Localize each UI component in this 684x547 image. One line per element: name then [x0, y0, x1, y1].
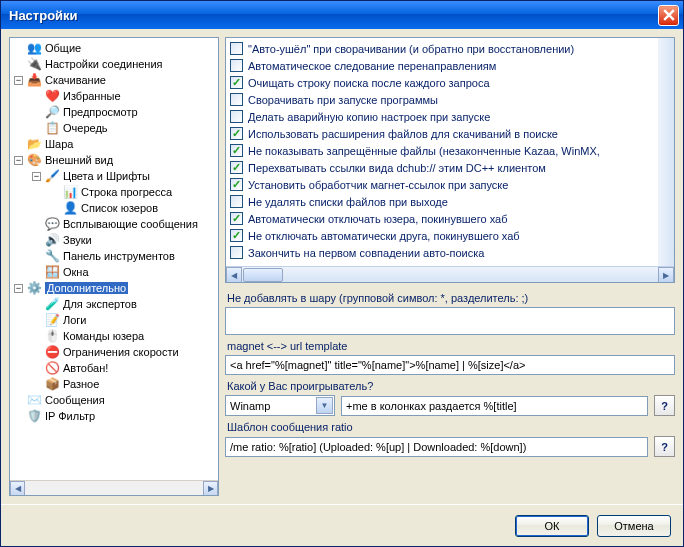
option-row: Закончить на первом совпадении авто-поис… [228, 244, 656, 261]
tree-item[interactable]: 📝Логи [10, 312, 218, 328]
tree-icon: 📊 [62, 184, 78, 200]
noshare-label: Не добавлять в шару (групповой символ: *… [225, 289, 675, 305]
magnet-label: magnet <--> url template [225, 337, 675, 353]
option-row: Не отключать автоматически друга, покину… [228, 227, 656, 244]
option-checkbox[interactable] [230, 76, 243, 89]
dialog-footer: ОК Отмена [1, 504, 683, 546]
ratio-help-button[interactable]: ? [654, 436, 675, 457]
tree-item[interactable]: 🧪Для экспертов [10, 296, 218, 312]
tree-icon: 🔌 [26, 56, 42, 72]
tree-item[interactable]: −🖌️Цвета и Шрифты [10, 168, 218, 184]
noshare-input[interactable] [225, 307, 675, 335]
player-help-button[interactable]: ? [654, 395, 675, 416]
tree-item[interactable]: 👥Общие [10, 40, 218, 56]
ratio-input[interactable] [225, 437, 648, 457]
option-row: Использовать расширения файлов для скачи… [228, 125, 656, 142]
option-checkbox[interactable] [230, 195, 243, 208]
tree-item[interactable]: 🪟Окна [10, 264, 218, 280]
ok-button[interactable]: ОК [515, 515, 589, 537]
tree-item[interactable]: 🔎Предпросмотр [10, 104, 218, 120]
tree-item[interactable]: 📦Разное [10, 376, 218, 392]
tree-label: Скачивание [45, 74, 106, 86]
collapse-icon[interactable]: − [32, 172, 41, 181]
option-checkbox[interactable] [230, 93, 243, 106]
option-checkbox[interactable] [230, 229, 243, 242]
option-row: Автоматическое следование перенаправлени… [228, 57, 656, 74]
player-cmd-input[interactable] [341, 396, 648, 416]
player-combo[interactable]: Winamp ▼ [225, 395, 335, 416]
option-checkbox[interactable] [230, 178, 243, 191]
tree-icon: 👤 [62, 200, 78, 216]
tree-label: Разное [63, 378, 99, 390]
option-label: Делать аварийную копию настроек при запу… [248, 111, 490, 123]
tree-item[interactable]: ❤️Избранные [10, 88, 218, 104]
tree-label: Внешний вид [45, 154, 113, 166]
tree-item[interactable]: 👤Список юзеров [10, 200, 218, 216]
tree-label: Предпросмотр [63, 106, 138, 118]
option-checkbox[interactable] [230, 212, 243, 225]
collapse-icon[interactable]: − [14, 76, 23, 85]
collapse-icon[interactable]: − [14, 156, 23, 165]
option-row: Не удалять списки файлов при выходе [228, 193, 656, 210]
tree-label: Общие [45, 42, 81, 54]
option-checkbox[interactable] [230, 42, 243, 55]
tree-item[interactable]: 🔊Звуки [10, 232, 218, 248]
tree-item[interactable]: −📥Скачивание [10, 72, 218, 88]
option-checkbox[interactable] [230, 246, 243, 259]
tree-item[interactable]: 📂Шара [10, 136, 218, 152]
tree-item[interactable]: 🛡️IP Фильтр [10, 408, 218, 424]
scroll-thumb[interactable] [243, 268, 283, 282]
tree-label: IP Фильтр [45, 410, 95, 422]
option-checkbox[interactable] [230, 161, 243, 174]
option-label: Закончить на первом совпадении авто-поис… [248, 247, 484, 259]
tree-item[interactable]: 🖱️Команды юзера [10, 328, 218, 344]
tree-item[interactable]: −🎨Внешний вид [10, 152, 218, 168]
option-checkbox[interactable] [230, 144, 243, 157]
scroll-right-icon[interactable]: ▶ [203, 481, 218, 496]
chevron-down-icon[interactable]: ▼ [316, 397, 333, 414]
option-row: Очищать строку поиска после каждого запр… [228, 74, 656, 91]
option-row: Не показывать запрещённые файлы (незакон… [228, 142, 656, 159]
options-vscrollbar[interactable] [658, 38, 674, 266]
tree-label: Шара [45, 138, 73, 150]
close-button[interactable] [658, 5, 679, 26]
cancel-button[interactable]: Отмена [597, 515, 671, 537]
tree-item[interactable]: ⛔Ограничения скорости [10, 344, 218, 360]
titlebar: Настройки [1, 1, 683, 29]
collapse-icon[interactable]: − [14, 284, 23, 293]
option-checkbox[interactable] [230, 110, 243, 123]
option-label: "Авто-ушёл" при сворачивании (и обратно … [248, 43, 574, 55]
option-label: Автоматическое следование перенаправлени… [248, 60, 496, 72]
tree-label: Логи [63, 314, 87, 326]
tree-icon: 🖱️ [44, 328, 60, 344]
tree-hscrollbar[interactable]: ◀ ▶ [10, 480, 218, 495]
magnet-input[interactable] [225, 355, 675, 375]
option-label: Не удалять списки файлов при выходе [248, 196, 448, 208]
player-selected: Winamp [230, 400, 270, 412]
tree-icon: ⚙️ [26, 280, 42, 296]
tree-label: Звуки [63, 234, 92, 246]
player-label: Какой у Вас проигрыватель? [225, 377, 675, 393]
tree-item[interactable]: 🔧Панель инструментов [10, 248, 218, 264]
tree-item[interactable]: 📊Строка прогресса [10, 184, 218, 200]
options-hscrollbar[interactable]: ◀ ▶ [226, 266, 674, 282]
tree-item[interactable]: 🚫Автобан! [10, 360, 218, 376]
option-label: Перехватывать ссылки вида dchub:// этим … [248, 162, 546, 174]
tree-item[interactable]: −⚙️Дополнительно [10, 280, 218, 296]
option-label: Очищать строку поиска после каждого запр… [248, 77, 490, 89]
tree-item[interactable]: 📋Очередь [10, 120, 218, 136]
option-row: Автоматически отключать юзера, покинувше… [228, 210, 656, 227]
tree-icon: ❤️ [44, 88, 60, 104]
tree-label: Избранные [63, 90, 121, 102]
scroll-left-icon[interactable]: ◀ [10, 481, 25, 496]
tree-icon: 🪟 [44, 264, 60, 280]
option-checkbox[interactable] [230, 59, 243, 72]
tree-item[interactable]: ✉️Сообщения [10, 392, 218, 408]
tree-item[interactable]: 🔌Настройки соединения [10, 56, 218, 72]
scroll-right-icon[interactable]: ▶ [658, 267, 674, 283]
tree-item[interactable]: 💬Всплывающие сообщения [10, 216, 218, 232]
tree-label: Очередь [63, 122, 108, 134]
scroll-left-icon[interactable]: ◀ [226, 267, 242, 283]
tree-label: Настройки соединения [45, 58, 163, 70]
option-checkbox[interactable] [230, 127, 243, 140]
